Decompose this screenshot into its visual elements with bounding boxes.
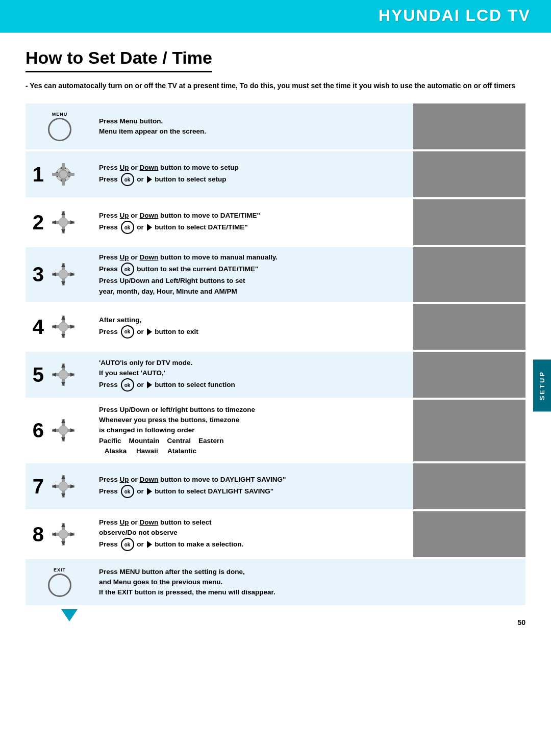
step-7-desc: Press Up or Down button to move to DAYLI… — [92, 463, 408, 509]
step-row-8: 8 Press Up or Down button to select obse — [26, 511, 525, 557]
step-row-7: 7 Press Up or Down button to move to DAY… — [26, 463, 525, 509]
step-8-number: 8 — [26, 524, 44, 544]
step-4-icon-area: 4 — [26, 304, 92, 350]
step-4-screenshot — [413, 304, 525, 350]
svg-point-33 — [59, 322, 68, 331]
svg-point-24 — [59, 270, 68, 279]
exit-line1: Press MENU button after the setting is d… — [99, 567, 401, 577]
dpad-icon-7 — [48, 471, 79, 502]
step-6-icon-area: 6 — [26, 400, 92, 461]
step-7-line1: Press Up or Down button to move to DAYLI… — [99, 475, 401, 485]
step-8-line2: observe/Do not observe — [99, 528, 401, 538]
step-1-desc: Press Up or Down button to move to setup… — [92, 151, 408, 197]
step-5-number: 5 — [26, 364, 44, 385]
step-6-line1: Press Up/Down or left/right buttons to t… — [99, 405, 401, 415]
exit-step-icon-area: 0 EXIT — [26, 559, 92, 605]
menu-circle-icon — [48, 118, 71, 141]
step-8-screenshot — [413, 511, 525, 557]
exit-line3: If the EXIT button is pressed, the menu … — [99, 587, 401, 597]
exit-step-desc: Press MENU button after the setting is d… — [92, 559, 408, 605]
step-5-line2: If you select 'AUTO,' — [99, 368, 401, 378]
step-2-screenshot — [413, 199, 525, 245]
step-7-line2: Press ok or button to select DAYLIGHT SA… — [99, 485, 401, 498]
step-5-line1: 'AUTO'is only for DTV mode. — [99, 358, 401, 368]
dpad-icon-4 — [48, 311, 79, 342]
step-1-line2: Press ok or button to select setup — [99, 173, 401, 186]
svg-point-15 — [59, 218, 68, 227]
step-6-line3: is changed in following order — [99, 425, 401, 435]
exit-label: EXIT — [54, 567, 66, 572]
step-6-line2: Whenever you press the buttons, timezone — [99, 415, 401, 425]
step-5-desc: 'AUTO'is only for DTV mode. If you selec… — [92, 352, 408, 398]
step-row-3: 3 Press Up or Down button to move to man… — [26, 247, 525, 302]
step-3-icon-area: 3 — [26, 247, 92, 302]
step-1-number: 1 — [26, 164, 44, 185]
svg-rect-7 — [62, 178, 65, 186]
step-5-screenshot — [413, 352, 525, 398]
step-row-4: 4 After setting, Press ok or button to — [26, 304, 525, 350]
step-2-number: 2 — [26, 212, 44, 232]
step-3-line3: Press Up/Down and Left/Right buttons to … — [99, 276, 401, 286]
svg-rect-9 — [67, 173, 74, 176]
dpad-icon-1 — [48, 159, 79, 190]
step-6-line4: Pacific Mountain Central Eastern — [99, 436, 401, 446]
page-number: 50 — [517, 618, 525, 627]
step-3-screenshot — [413, 247, 525, 302]
menu-screenshot — [413, 103, 525, 149]
step-2-line2: Press ok or button to select DATE/TIME" — [99, 221, 401, 234]
svg-point-69 — [59, 530, 68, 539]
menu-step-icon-area: 0 MENU — [26, 103, 92, 149]
exit-screenshot — [413, 559, 525, 605]
svg-point-60 — [59, 482, 68, 491]
step-6-screenshot — [413, 400, 525, 461]
menu-step-row: 0 MENU Press Menu button. Menu item appe… — [26, 103, 525, 149]
page-title: How to Set Date / Time — [26, 48, 212, 72]
dpad-icon-3 — [48, 259, 79, 290]
menu-icon-wrap: MENU — [48, 112, 71, 141]
menu-desc-line2: Menu item appear on the screen. — [99, 126, 401, 137]
step-4-desc: After setting, Press ok or button to exi… — [92, 304, 408, 350]
step-row-6: 6 Press Up/Down or left/right buttons to… — [26, 400, 525, 461]
step-row-2: 2 Press Up or Down button to move to DAT… — [26, 199, 525, 245]
arrow-down-icon — [61, 609, 78, 621]
svg-rect-6 — [62, 163, 65, 170]
step-4-line1: After setting, — [99, 315, 401, 325]
step-7-number: 7 — [26, 476, 44, 497]
step-row-5: 5 'AUTO'is only for DTV mode. If you sel — [26, 352, 525, 398]
side-tab: SETUP — [533, 359, 551, 411]
step-4-number: 4 — [26, 317, 44, 337]
exit-circle-icon — [48, 573, 71, 597]
dpad-icon-5 — [48, 359, 79, 390]
step-2-desc: Press Up or Down button to move to DATE/… — [92, 199, 408, 245]
step-1-icon-area: 1 — [26, 151, 92, 197]
step-5-icon-area: 5 — [26, 352, 92, 398]
exit-line2: and Menu goes to the previous menu. — [99, 577, 401, 587]
step-8-desc: Press Up or Down button to select observ… — [92, 511, 408, 557]
step-2-line1: Press Up or Down button to move to DATE/… — [99, 211, 401, 221]
menu-desc-line1: Press Menu button. — [99, 116, 401, 126]
step-6-desc: Press Up/Down or left/right buttons to t… — [92, 400, 408, 461]
svg-point-42 — [59, 370, 68, 379]
main-content: How to Set Date / Time - Yes can automat… — [0, 33, 551, 637]
exit-icon-wrap: EXIT — [48, 567, 71, 597]
step-3-number: 3 — [26, 264, 44, 284]
steps-container: 0 MENU Press Menu button. Menu item appe… — [26, 103, 525, 605]
svg-point-51 — [59, 426, 68, 435]
step-2-icon-area: 2 — [26, 199, 92, 245]
step-3-line2: Press ok button to set the current DATE/… — [99, 263, 401, 276]
menu-label: MENU — [52, 112, 68, 117]
arrow-down-container — [26, 609, 525, 621]
step-3-line4: year, month, day, Hour, Minute and AM/PM — [99, 286, 401, 297]
step-5-line3: Press ok or button to select function — [99, 378, 401, 392]
app-title: HYUNDAI LCD TV — [379, 6, 531, 25]
step-4-line2: Press ok or button to exit — [99, 325, 401, 338]
svg-point-10 — [59, 170, 67, 178]
exit-step-row: 0 EXIT Press MENU button after the setti… — [26, 559, 525, 605]
step-3-desc: Press Up or Down button to move to manua… — [92, 247, 408, 302]
step-3-line1: Press Up or Down button to move to manua… — [99, 252, 401, 263]
step-7-icon-area: 7 — [26, 463, 92, 509]
step-8-line1: Press Up or Down button to select — [99, 517, 401, 528]
step-7-screenshot — [413, 463, 525, 509]
step-8-line3: Press ok or button to make a selection. — [99, 538, 401, 551]
step-6-line5: Alaska Hawaii Atalantic — [99, 446, 401, 456]
